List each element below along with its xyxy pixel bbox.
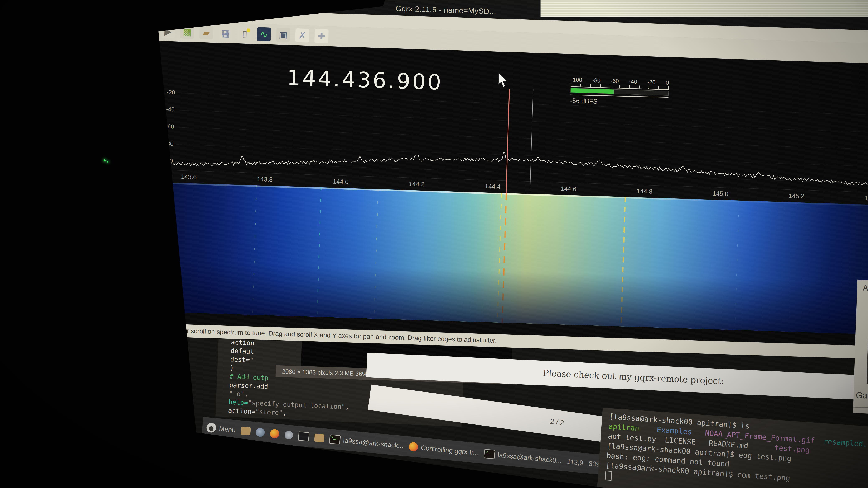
meter-tick: 0 [665, 79, 669, 86]
globe-icon [256, 428, 265, 437]
gray-icon [284, 431, 293, 440]
load-settings-button[interactable]: ▰ [199, 25, 213, 39]
page-indicator: 2 / 2 [550, 417, 565, 427]
signal-meter-level [571, 88, 614, 94]
tools-button[interactable]: ✗ [295, 28, 309, 42]
terminal-icon [484, 449, 495, 459]
meter-tick: -60 [611, 78, 619, 84]
meter-tick: -80 [592, 77, 600, 84]
menu-button[interactable]: Menu [206, 422, 236, 435]
terminal-icon [329, 434, 341, 444]
frequency-scale-tick: 143.6 [181, 173, 197, 181]
meter-tick: -100 [571, 77, 582, 83]
firefox-icon [408, 442, 418, 452]
frequency-scale-tick: 144.6 [561, 185, 577, 193]
screen-icon [298, 431, 310, 441]
pan-zoom-button[interactable]: ✚ [314, 29, 329, 43]
terminal-cursor [605, 471, 612, 481]
folder-shortcut[interactable] [314, 433, 324, 442]
background-window-band [540, 0, 868, 17]
folder-icon [241, 427, 251, 435]
device-led [104, 160, 105, 161]
monitor-photo: Gqrx 2.11.5 - name=MySD... FileToolsView… [0, 0, 868, 488]
frequency-scale-tick: 144.8 [637, 188, 652, 195]
bookmarks-button[interactable]: ▯ [238, 27, 252, 41]
frequency-scale-tick: 144.4 [485, 182, 501, 190]
app-shortcut[interactable] [284, 431, 293, 440]
waterfall-display[interactable] [152, 182, 868, 335]
frequency-scale-tick: 144.0 [333, 178, 349, 185]
frequency-readout[interactable]: 144.436.900 [287, 65, 443, 95]
firefox-shortcut[interactable] [270, 429, 280, 439]
firefox-icon [270, 429, 280, 439]
frequency-scale-tick: 145.2 [788, 192, 804, 200]
spectrum-button[interactable]: ∿ [257, 27, 271, 41]
monitor-value-net: 112,9 [567, 458, 584, 467]
frequency-scale-tick: 145.0 [713, 190, 728, 197]
frequency-scale-tick: 145.4 [864, 195, 868, 202]
folder2-icon [314, 433, 324, 442]
gqrx-window[interactable]: Gqrx 2.11.5 - name=MySD... FileToolsView… [145, 0, 868, 360]
shell-terminal-window[interactable]: [la9ssa@ark-shack00 apitran]$ lsapitran … [595, 408, 868, 488]
mouse-cursor [496, 72, 510, 89]
gain-label: Ga [856, 390, 868, 401]
gain-slider[interactable] [867, 297, 868, 386]
frequency-scale-tick: 144.2 [409, 180, 425, 188]
file-manager-shortcut[interactable] [241, 427, 251, 435]
distro-icon [206, 422, 217, 433]
device-led [107, 161, 108, 163]
meter-tick: -20 [647, 79, 656, 86]
settings-shortcut[interactable] [256, 428, 265, 437]
task-terminal-2[interactable]: la9ssa@ark-shack0... [484, 449, 562, 465]
task-terminal-1[interactable]: la9ssa@ark-shack... [329, 434, 404, 451]
task-firefox[interactable]: Controlling gqrx fr... [408, 442, 479, 458]
display-shortcut[interactable] [298, 431, 310, 441]
frequency-scale-tick: 143.8 [257, 175, 273, 183]
bookmark-flag-icon [247, 28, 250, 32]
monitor-screen: Gqrx 2.11.5 - name=MySD... FileToolsView… [128, 0, 868, 488]
screenshot-button[interactable]: ▣ [276, 28, 290, 42]
window-title: Gqrx 2.11.5 - name=MySD... [396, 4, 497, 16]
meter-tick: -40 [629, 78, 637, 85]
save-settings-button[interactable]: ▦ [218, 26, 232, 40]
